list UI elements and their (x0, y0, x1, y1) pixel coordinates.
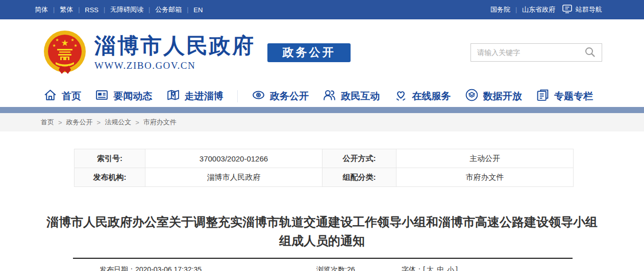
issuing-agency-label: 发布机构: (75, 168, 145, 187)
nav-item-about-zibo[interactable]: 走进淄博 (166, 88, 224, 104)
gov-mail-link[interactable]: 公务邮箱 (155, 5, 182, 14)
state-council-link[interactable]: 国务院 (490, 5, 510, 14)
publish-date-label: 发布日期： (100, 265, 135, 271)
breadcrumb-gov-open[interactable]: 政务公开 (66, 118, 93, 127)
rss-link[interactable]: RSS (85, 6, 98, 14)
index-number-value: 370003/2020-01266 (145, 149, 323, 168)
table-row: 发布机构: 淄博市人民政府 组配分类: 市府办文件 (75, 168, 574, 187)
separator: | (78, 6, 80, 13)
disclosure-mode-value: 主动公开 (397, 149, 574, 168)
gov-open-button[interactable]: 政务公开 (267, 43, 351, 62)
eye-icon (252, 88, 265, 104)
view-count: 浏览次数:26 (316, 265, 355, 271)
document-meta-table: 索引号: 370003/2020-01266 公开方式: 主动公开 发布机构: … (74, 149, 574, 187)
bracket: [ (423, 265, 425, 271)
svg-text:★: ★ (61, 38, 68, 48)
nav-label: 要闻动态 (113, 90, 152, 103)
map-icon (166, 88, 180, 104)
nav-item-interaction[interactable]: 政民互动 (323, 88, 380, 104)
breadcrumb-home[interactable]: 首页 (41, 118, 54, 127)
lang-traditional-link[interactable]: 繁体 (60, 5, 73, 14)
svg-text:★: ★ (73, 43, 77, 48)
svg-text:★: ★ (70, 38, 74, 42)
divider-strip (0, 107, 644, 113)
accessibility-link[interactable]: 无障碍阅读 (110, 5, 143, 14)
search-input[interactable] (477, 48, 584, 57)
nav-label: 首页 (62, 90, 81, 103)
top-utility-bar: 简体 | 繁体 | RSS | 无障碍阅读 | 公务邮箱 | EN 国务院 | … (0, 0, 644, 19)
breadcrumb-separator: > (97, 119, 101, 126)
news-icon (95, 88, 109, 104)
separator: | (53, 6, 55, 13)
font-size-large-button[interactable]: 大 (427, 265, 434, 271)
svg-text:★: ★ (52, 43, 56, 48)
search-button[interactable] (584, 46, 596, 59)
national-emblem-logo[interactable]: ★ ★ ★ ★ ★ (43, 30, 86, 75)
font-size-label: 字体： (402, 265, 423, 271)
article-info-row: 发布日期：2020-03-06 17:32:35 浏览次数:26 字体：[大中小… (73, 259, 573, 271)
nav-item-gov-open[interactable]: 政务公开 (252, 88, 309, 104)
category-label: 组配分类: (323, 168, 397, 187)
table-row: 索引号: 370003/2020-01266 公开方式: 主动公开 (75, 149, 574, 168)
nav-item-special-topics[interactable]: 专题专栏 (536, 88, 593, 104)
separator: | (515, 6, 517, 13)
issuing-agency-value: 淄博市人民政府 (145, 168, 323, 187)
document-icon (536, 88, 550, 104)
font-size-small-button[interactable]: 小 (447, 265, 454, 271)
english-link[interactable]: EN (193, 6, 203, 14)
people-icon (323, 88, 336, 104)
shandong-gov-link[interactable]: 山东省政府 (522, 5, 555, 14)
main-nav: 首页 要闻动态 走进淄博 政 (0, 86, 644, 107)
site-title: 淄博市人民政府 (94, 34, 255, 58)
publish-date: 发布日期：2020-03-06 17:32:35 (100, 265, 202, 271)
category-value: 市府办文件 (397, 168, 574, 187)
font-size-medium-button[interactable]: 中 (437, 265, 444, 271)
lang-simplified-link[interactable]: 简体 (35, 5, 48, 14)
index-number-label: 索引号: (75, 149, 145, 168)
view-count-label: 浏览次数: (316, 265, 347, 271)
breadcrumb-separator: > (135, 119, 139, 126)
separator: | (187, 6, 188, 13)
nav-label: 政务公开 (270, 90, 309, 103)
breadcrumb-city-office-docs[interactable]: 市府办文件 (143, 118, 177, 127)
data-layers-icon (465, 88, 479, 104)
svg-text:★: ★ (55, 38, 59, 42)
disclosure-mode-label: 公开方式: (323, 149, 397, 168)
breadcrumb-regulations[interactable]: 法规公文 (105, 118, 131, 127)
separator: | (104, 6, 105, 13)
breadcrumb: 首页 > 政务公开 > 法规公文 > 市府办文件 (0, 113, 644, 131)
home-icon (43, 88, 57, 104)
nav-label: 在线服务 (412, 90, 451, 103)
nav-divider (237, 90, 238, 102)
site-group-nav-label: 站群导航 (576, 5, 602, 14)
heart-hands-icon (394, 88, 408, 104)
bracket: ] (456, 265, 458, 271)
separator: | (148, 6, 150, 13)
site-group-nav-button[interactable]: 站群导航 (562, 5, 602, 15)
masthead: ★ ★ ★ ★ ★ 淄博市人民政府 WWW.ZIBO.GOV.CN 政务公开 (0, 19, 644, 86)
nav-label: 政民互动 (341, 90, 380, 103)
article-title: 淄博市人民政府办公室关于调整充实淄博市轨道交通建设工作领导小组和淄博市高速公路建… (46, 212, 598, 250)
nav-label: 专题专栏 (554, 90, 593, 103)
nav-item-news[interactable]: 要闻动态 (95, 88, 152, 104)
nav-label: 数据开放 (483, 90, 522, 103)
publish-date-value: 2020-03-06 17:32:35 (135, 265, 202, 271)
nav-item-online-services[interactable]: 在线服务 (394, 88, 451, 104)
nav-label: 走进淄博 (185, 90, 224, 103)
site-identity: 淄博市人民政府 WWW.ZIBO.GOV.CN (94, 34, 255, 71)
nav-item-home[interactable]: 首页 (43, 88, 81, 104)
nav-item-open-data[interactable]: 数据开放 (465, 88, 522, 104)
article-header-block: 发布日期：2020-03-06 17:32:35 浏览次数:26 字体：[大中小… (73, 258, 573, 271)
font-size-control: 字体：[大中小] (402, 265, 458, 271)
monitor-icon (562, 5, 572, 15)
breadcrumb-separator: > (58, 119, 62, 126)
view-count-value: 26 (347, 265, 355, 271)
site-url: WWW.ZIBO.GOV.CN (94, 60, 255, 71)
search-icon (584, 46, 596, 59)
search-box (470, 43, 602, 62)
